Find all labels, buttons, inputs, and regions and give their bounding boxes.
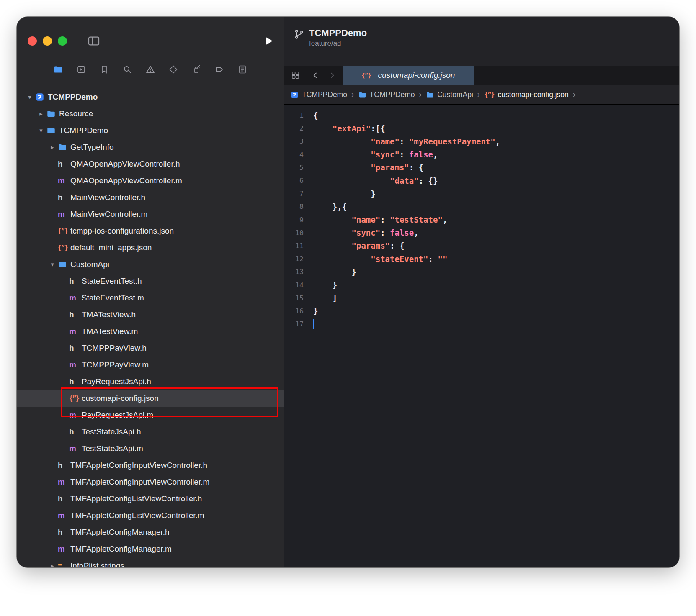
disclosure-open-icon[interactable]: ▾ [47,261,58,268]
tree-item-qmaopenappviewcontroller-m[interactable]: mQMAOpenAppViewController.m [17,172,284,189]
run-button[interactable] [263,35,274,47]
tree-item-mainviewcontroller-h[interactable]: hMainViewController.h [17,189,284,206]
tree-item-mainviewcontroller-m[interactable]: mMainViewController.m [17,206,284,223]
disclosure-closed-icon[interactable]: ▸ [47,562,58,567]
code-line-11: 11 "params": { [284,239,679,252]
tree-item-tmfappletconfiginputviewcontroller-h[interactable]: hTMFAppletConfigInputViewController.h [17,457,284,474]
tree-item-tcmpppayview-h[interactable]: hTCMPPPayView.h [17,340,284,357]
breadcrumb-item-customapi-config-json[interactable]: {”}customapi-config.json [484,90,568,99]
code-content: 1{2 "extApi":[{3 "name": "myRequestPayme… [284,109,679,331]
tree-item-label: TMFAppletConfigListViewController.m [70,511,204,520]
tree-item-label: default_mini_apps.json [70,243,152,252]
tab-overview-icon[interactable] [284,66,307,85]
tree-item-teststatejsapi-h[interactable]: hTestStateJsApi.h [17,424,284,440]
tree-item-tmfappletconfigmanager-h[interactable]: hTMFAppletConfigManager.h [17,524,284,541]
debug-navigator-icon[interactable] [191,64,201,74]
tree-item-teststatejsapi-m[interactable]: mTestStateJsApi.m [17,440,284,457]
tree-item-tcmppdemo[interactable]: ▾TCMPPDemo [17,122,284,139]
navigate-back-icon[interactable] [307,66,324,85]
find-navigator-icon[interactable] [122,64,132,74]
code-editor[interactable]: 1{2 "extApi":[{3 "name": "myRequestPayme… [284,105,679,567]
disclosure-open-icon[interactable]: ▾ [24,93,35,101]
code-line-13: 13 } [284,265,679,278]
tree-item-resource[interactable]: ▸Resource [17,105,284,122]
implementation-file-icon: m [69,444,82,453]
folder-icon [58,260,70,269]
implementation-file-icon: m [69,327,82,336]
tree-item-label: StateEventTest.h [82,277,142,286]
tree-item-label: Resource [59,109,93,118]
file-tree: ▾TCMPPDemo▸Resource▾TCMPPDemo▸GetTypeInf… [17,79,284,567]
folder-icon [358,91,366,99]
header-file-icon: h [58,494,70,503]
breadcrumb-chevron-icon: › [572,90,577,100]
implementation-file-icon: m [58,176,70,185]
tree-item-tmfappletconfiglistviewcontroller-h[interactable]: hTMFAppletConfigListViewController.h [17,490,284,507]
project-navigator-icon[interactable] [53,64,63,74]
tree-item-payrequestjsapi-m[interactable]: mPayRequestJsApi.m [17,407,284,424]
tree-item-customapi[interactable]: ▾CustomApi [17,256,284,273]
breakpoint-navigator-icon[interactable] [214,64,224,74]
sidebar-toggle-icon[interactable] [87,34,101,48]
json-file-icon: {”} [69,395,82,402]
tree-item-tmatestview-m[interactable]: mTMATestView.m [17,323,284,340]
line-number: 17 [284,320,313,328]
tree-item-tmfappletconfiglistviewcontroller-m[interactable]: mTMFAppletConfigListViewController.m [17,507,284,524]
tree-item-label: StateEventTest.m [82,293,144,303]
tree-item-tmatestview-h[interactable]: hTMATestView.h [17,306,284,323]
navigate-forward-icon[interactable] [324,66,340,85]
code-line-6: 6 "data": {} [284,174,679,187]
tree-item-label: TCMPPPayView.m [82,360,149,370]
tree-item-stateeventtest-m[interactable]: mStateEventTest.m [17,290,284,306]
tree-item-stateeventtest-h[interactable]: hStateEventTest.h [17,273,284,290]
tree-item-tmfappletconfigmanager-m[interactable]: mTMFAppletConfigManager.m [17,541,284,557]
tree-item-label: TMFAppletConfigManager.m [70,544,172,554]
text-cursor [313,319,314,329]
header-file-icon: h [69,344,82,353]
close-button[interactable] [28,36,37,46]
tree-item-gettypeinfo[interactable]: ▸GetTypeInfo [17,139,284,156]
test-navigator-icon[interactable] [168,64,178,74]
tree-item-tcmppdemo[interactable]: ▾TCMPPDemo [17,89,284,105]
breadcrumb-item-tcmppdemo[interactable]: TCMPPDemo [291,90,347,99]
project-app-icon [35,92,48,102]
tree-item-tcmpp-ios-configurations-json[interactable]: {”}tcmpp-ios-configurations.json [17,223,284,239]
json-file-icon: {”} [58,227,70,235]
tree-item-infoplist-strings[interactable]: ▸≡InfoPlist.strings [17,557,284,567]
tree-item-qmaopenappviewcontroller-h[interactable]: hQMAOpenAppViewController.h [17,156,284,172]
folder-icon [426,91,434,99]
code-line-3: 3 "name": "myRequestPayment", [284,135,679,148]
folder-icon [46,109,59,118]
code-line-8: 8 },{ [284,200,679,213]
line-number: 1 [284,111,313,119]
zoom-button[interactable] [58,36,67,46]
minimize-button[interactable] [43,36,52,46]
tree-item-default-mini-apps-json[interactable]: {”}default_mini_apps.json [17,239,284,256]
issue-navigator-icon[interactable] [145,64,155,74]
project-app-icon [291,91,299,99]
breadcrumb-item-tcmppdemo[interactable]: TCMPPDemo [358,90,415,99]
tree-item-tmfappletconfiginputviewcontroller-m[interactable]: mTMFAppletConfigInputViewController.m [17,474,284,490]
tree-item-label: TMFAppletConfigInputViewController.h [70,461,207,470]
json-file-icon: {”} [484,91,494,98]
breadcrumb-item-customapi[interactable]: CustomApi [426,90,473,99]
tree-item-payrequestjsapi-h[interactable]: hPayRequestJsApi.h [17,373,284,390]
bookmark-navigator-icon[interactable] [99,64,109,74]
line-number: 3 [284,137,313,145]
header-file-icon: h [58,528,70,537]
tree-item-label: TestStateJsApi.m [82,444,143,453]
project-title: TCMPPDemo [309,28,367,38]
tree-item-customapi-config-json[interactable]: {”}customapi-config.json [17,390,284,407]
report-navigator-icon[interactable] [237,64,247,74]
tree-item-label: TestStateJsApi.h [82,427,141,436]
tree-item-tcmpppayview-m[interactable]: mTCMPPPayView.m [17,357,284,373]
disclosure-closed-icon[interactable]: ▸ [47,144,58,151]
code-line-10: 10 "sync": false, [284,226,679,239]
source-control-navigator-icon[interactable] [76,64,86,74]
disclosure-closed-icon[interactable]: ▸ [36,110,46,118]
code-line-9: 9 "name": "testState", [284,213,679,226]
strings-file-icon: ≡ [58,562,70,568]
tab-customapi-config[interactable]: {”} customapi-config.json [343,66,474,85]
disclosure-open-icon[interactable]: ▾ [36,127,46,134]
tree-item-label: PayRequestJsApi.m [82,411,153,420]
